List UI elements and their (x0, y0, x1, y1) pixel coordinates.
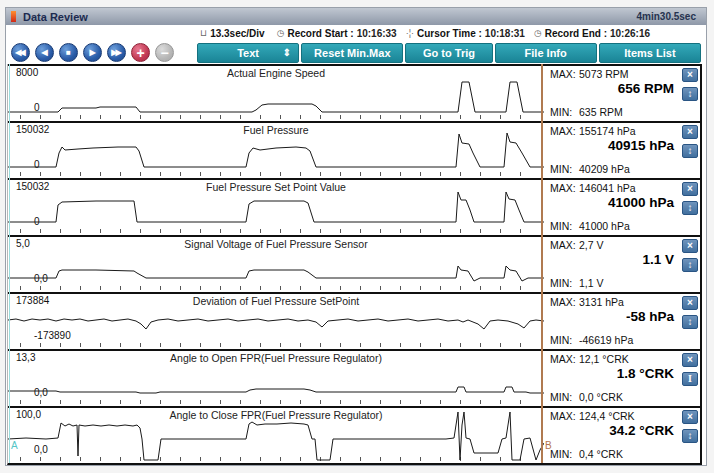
channel-value-panel: MAX:12,1 °CRK 1.8 °CRK MIN:0,0 °CRK × I (544, 351, 700, 406)
timebase-text: 13.3sec/Div (210, 28, 265, 39)
waveform-plot[interactable]: 5,0 Signal Voltage of Fuel Pressure Sens… (8, 237, 544, 292)
cursor-time-value: 10:18:31 (485, 28, 525, 39)
file-info-label: File Info (525, 47, 567, 59)
waveform-plot[interactable]: 150032 Fuel Pressure 0 (8, 123, 544, 178)
waveform-trace (8, 294, 544, 349)
zoom-out-button[interactable]: − (155, 43, 174, 62)
close-channel-button[interactable]: × (682, 410, 698, 424)
window-titlebar: Data Review 4min30.5sec (6, 8, 706, 25)
fast-forward-button[interactable]: ▶▶ (107, 43, 126, 62)
channel-row: 13,3 Angle to Open FPR(Fuel Pressure Reg… (8, 349, 700, 406)
waveform-plot[interactable]: 173884 Deviation of Fuel Pressure SetPoi… (8, 294, 544, 349)
step-back-button[interactable]: ◀ (35, 43, 54, 62)
fast-rewind-button[interactable]: ◀◀ (11, 43, 30, 62)
cursor-icon: ·¦· (406, 28, 414, 38)
record-info-bar: ⊔ 13.3sec/Div ◷ Record Start : 10:16:33 … (6, 25, 706, 41)
go-to-trig-button[interactable]: Go to Trig (405, 43, 492, 63)
plus-icon: + (136, 46, 144, 60)
zoom-in-button[interactable]: + (131, 43, 150, 62)
scale-mode-button[interactable]: I (682, 372, 698, 386)
scale-mode-icon: ↕ (688, 203, 693, 213)
close-channel-button[interactable]: × (682, 239, 698, 253)
text-mode-button[interactable]: Text ⇕ (197, 43, 299, 63)
waveform-plot[interactable]: 13,3 Angle to Open FPR(Fuel Pressure Reg… (8, 351, 544, 406)
close-channel-button[interactable]: × (682, 353, 698, 367)
current-value: -58 hPa (626, 309, 674, 324)
items-list-button[interactable]: Items List (599, 43, 701, 63)
scale-mode-icon: ↕ (688, 431, 693, 441)
scale-mode-icon: ↕ (688, 260, 693, 270)
close-channel-button[interactable]: × (682, 182, 698, 196)
stop-button[interactable]: ■ (59, 43, 78, 62)
close-channel-button[interactable]: × (682, 125, 698, 139)
close-icon: × (687, 412, 693, 422)
go-to-trig-label: Go to Trig (423, 47, 475, 59)
channel-row: 5,0 Signal Voltage of Fuel Pressure Sens… (8, 235, 700, 292)
min-value-line: MIN:-46619 hPa (550, 334, 633, 346)
channel-buttons: × I (682, 353, 698, 386)
app-icon (11, 11, 16, 22)
max-value-line: MAX:2,7 V (550, 239, 604, 251)
waveform-plot[interactable]: 150032 Fuel Pressure Set Point Value 0 (8, 180, 544, 235)
scale-mode-button[interactable]: ↕ (682, 315, 698, 329)
channel-buttons: × ↕ (682, 68, 698, 101)
waveform-trace (8, 237, 544, 292)
current-value: 656 RPM (618, 81, 674, 96)
channel-value-panel: MAX:3131 hPa -58 hPa MIN:-46619 hPa × ↕ (544, 294, 700, 349)
close-channel-button[interactable]: × (682, 68, 698, 82)
play-button[interactable]: ▶ (83, 43, 102, 62)
channel-value-panel: MAX:124,4 °CRK 34.2 °CRK MIN:0,4 °CRK × … (544, 408, 700, 463)
close-icon: × (687, 241, 693, 251)
fast-rewind-icon: ◀◀ (15, 49, 23, 57)
clock-icon: ◷ (534, 28, 542, 38)
scale-mode-icon: ↕ (688, 146, 693, 156)
close-icon: × (687, 70, 693, 80)
window-title: Data Review (23, 11, 88, 23)
min-value-line: MIN:41000 hPa (550, 220, 630, 232)
reset-minmax-button[interactable]: Reset Min.Max (301, 43, 403, 63)
scale-mode-button[interactable]: ↕ (682, 429, 698, 443)
channel-row: 173884 Deviation of Fuel Pressure SetPoi… (8, 292, 700, 349)
channel-buttons: × ↕ (682, 182, 698, 215)
play-icon: ▶ (89, 49, 95, 57)
current-value: 40915 hPa (608, 138, 674, 153)
waveform-plot[interactable]: 100,0 Angle to Close FPR(Fuel Pressure R… (8, 408, 544, 463)
waveform-plot[interactable]: 8000 Actual Engine Speed 0 (8, 66, 544, 121)
channel-row: 150032 Fuel Pressure 0 MAX:155174 hPa 40… (8, 121, 700, 178)
min-value-line: MIN:635 RPM (550, 106, 623, 118)
close-icon: × (687, 127, 693, 137)
channel-value-panel: MAX:146041 hPa 41000 hPa MIN:41000 hPa ×… (544, 180, 700, 235)
close-icon: × (687, 298, 693, 308)
minus-icon: − (160, 46, 168, 60)
cursor-time-label: Cursor Time : (417, 28, 482, 39)
channel-value-panel: MAX:5073 RPM 656 RPM MIN:635 RPM × ↕ (544, 66, 700, 121)
waveform-trace (8, 408, 544, 463)
stop-icon: ■ (66, 49, 71, 57)
scale-mode-icon: ↕ (688, 317, 693, 327)
channel-value-panel: MAX:155174 hPa 40915 hPa MIN:40209 hPa ×… (544, 123, 700, 178)
channel-buttons: × ↕ (682, 410, 698, 443)
channel-row: 8000 Actual Engine Speed 0 MAX:5073 RPM … (8, 64, 700, 121)
channel-buttons: × ↕ (682, 239, 698, 272)
record-end-value: 10:26:16 (610, 28, 650, 39)
scale-mode-button[interactable]: ↕ (682, 258, 698, 272)
record-end-info: ◷ Record End : 10:26:16 (534, 28, 650, 39)
channel-row: 100,0 Angle to Close FPR(Fuel Pressure R… (8, 406, 700, 463)
current-value: 1.1 V (642, 252, 674, 267)
file-info-button[interactable]: File Info (495, 43, 597, 63)
min-value-line: MIN:0,0 °CRK (550, 391, 623, 403)
channel-row: 150032 Fuel Pressure Set Point Value 0 M… (8, 178, 700, 235)
scale-mode-icon: ↕ (688, 89, 693, 99)
scale-mode-button[interactable]: ↕ (682, 144, 698, 158)
chart-region: 8000 Actual Engine Speed 0 MAX:5073 RPM … (7, 64, 702, 465)
scale-mode-button[interactable]: ↕ (682, 201, 698, 215)
record-start-label: Record Start : (288, 28, 354, 39)
max-value-line: MAX:124,4 °CRK (550, 410, 635, 422)
close-channel-button[interactable]: × (682, 296, 698, 310)
max-value-line: MAX:146041 hPa (550, 182, 636, 194)
scale-mode-button[interactable]: ↕ (682, 87, 698, 101)
current-value: 34.2 °CRK (609, 423, 674, 438)
close-icon: × (687, 184, 693, 194)
current-value: 1.8 °CRK (617, 366, 674, 381)
record-end-label: Record End : (545, 28, 607, 39)
